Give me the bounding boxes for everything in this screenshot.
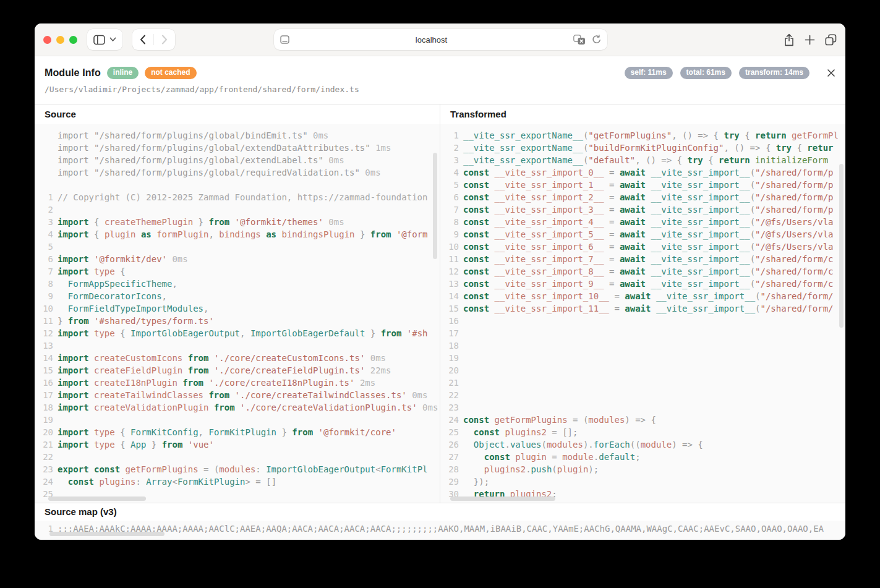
close-panel-button[interactable] (827, 69, 835, 77)
code-line: import "/shared/form/plugins/global/bind… (36, 129, 440, 142)
code-line: 29 }); (442, 475, 845, 488)
code-line: 10const __vite_ssr_import_6__ = await __… (442, 241, 845, 253)
code-line: 8 FormAppSpecificTheme, (36, 278, 440, 290)
code-line: 10 FormFieldTypeImportModules, (36, 302, 440, 315)
line-number: 13 (442, 278, 459, 290)
transform-time-badge: transform: 14ms (739, 67, 810, 79)
url-text[interactable]: localhost (289, 35, 573, 45)
line-number: 23 (442, 401, 459, 414)
code-line: 25 const plugins2 = []; (442, 426, 845, 438)
line-number: 4 (442, 166, 459, 179)
code-line: 4import { plugin as formPlugin, bindings… (36, 228, 440, 241)
code-line: 13const __vite_ssr_import_9__ = await __… (442, 278, 845, 290)
line-number (36, 166, 53, 179)
transformed-vertical-scrollbar[interactable] (839, 164, 844, 328)
new-tab-button[interactable] (805, 35, 815, 45)
code-line: 1// Copyright (C) 2012-2025 Zammad Found… (36, 191, 440, 203)
transformed-pane-title: Transformed (440, 104, 845, 124)
line-number: 15 (36, 364, 53, 377)
sourcemap-section: Source map (v3) 1;;;AAEA;AAAkC;AAAA;AAAA… (35, 503, 845, 540)
code-line: 6const __vite_ssr_import_2__ = await __v… (442, 191, 845, 203)
code-line: 12const __vite_ssr_import_8__ = await __… (442, 265, 845, 278)
line-number: 15 (442, 302, 459, 315)
chevron-right-icon (161, 35, 168, 45)
code-line: 9const __vite_ssr_import_5__ = await __v… (442, 228, 845, 241)
forward-button[interactable] (154, 29, 175, 50)
code-line: 16import createI18nPlugin from './core/c… (36, 377, 440, 389)
inline-badge: inline (107, 67, 139, 79)
code-line: 6import '@formkit/dev' 0ms (36, 253, 440, 265)
sidebar-toggle-group[interactable] (87, 29, 122, 50)
code-line: 21 (442, 377, 845, 389)
code-line: 7import type { (36, 265, 440, 278)
code-line: 14const __vite_ssr_import_10__ = await _… (442, 290, 845, 302)
line-number: 14 (442, 290, 459, 302)
tabs-icon (825, 34, 837, 46)
close-window-button[interactable] (43, 36, 51, 44)
line-number: 1 (442, 129, 459, 142)
line-number: 29 (442, 475, 459, 488)
line-number: 2 (36, 203, 53, 216)
share-button[interactable] (784, 33, 795, 46)
line-number: 28 (442, 463, 459, 475)
line-number: 11 (442, 253, 459, 265)
code-line: 16 (442, 315, 845, 327)
chevron-left-icon (140, 35, 146, 45)
page-title: Module Info (45, 67, 101, 79)
not-cached-badge: not cached (145, 67, 196, 79)
sidebar-icon[interactable] (93, 35, 105, 45)
code-line: import "/shared/form/plugins/global/requ… (36, 166, 440, 179)
line-number (36, 179, 53, 191)
reload-icon[interactable] (591, 35, 601, 45)
minimize-window-button[interactable] (56, 36, 64, 44)
code-line: 2 (36, 203, 440, 216)
code-line: 28 plugins2.push(plugin); (442, 463, 845, 475)
zoom-window-button[interactable] (69, 36, 77, 44)
code-line: 1__vite_ssr_exportName__("getFormPlugins… (442, 129, 845, 142)
window-controls (43, 36, 77, 44)
total-time-badge: total: 61ms (680, 67, 732, 79)
code-line: 8const __vite_ssr_import_4__ = await __v… (442, 216, 845, 228)
code-line: 24const getFormPlugins = (modules) => { (442, 414, 845, 426)
code-line: 9 FormDecoratorIcons, (36, 290, 440, 302)
translate-icon[interactable] (573, 35, 586, 45)
module-info-header: Module Info inline not cached self: 11ms… (35, 56, 845, 104)
line-number (36, 142, 53, 154)
line-number: 3 (442, 154, 459, 166)
code-line: 19 (36, 414, 440, 426)
line-number: 10 (36, 302, 53, 315)
code-line: 23export const getFormPlugins = (modules… (36, 463, 440, 475)
sourcemap-code-view: 1;;;AAEA;AAAkC;AAAA;AAAA;AAAA;AAClC;AAEA… (35, 521, 845, 540)
code-line: 17 (442, 327, 845, 339)
line-number: 6 (442, 191, 459, 203)
code-line: 18import createValidationPlugin from './… (36, 401, 440, 414)
line-number: 25 (442, 426, 459, 438)
module-file-path: /Users/vladimir/Projects/zammad/app/fron… (45, 85, 835, 94)
line-number: 24 (442, 414, 459, 426)
line-number: 12 (442, 265, 459, 278)
source-vertical-scrollbar[interactable] (433, 153, 437, 259)
line-number: 26 (442, 438, 459, 451)
tab-overview-button[interactable] (825, 34, 837, 46)
transformed-horizontal-scrollbar[interactable] (450, 496, 555, 501)
plus-icon (805, 35, 815, 45)
line-number: 13 (36, 339, 53, 352)
line-number: 5 (36, 241, 53, 253)
code-line: 27 const plugin = module.default; (442, 451, 845, 463)
code-line: 24 const plugins: Array<FormKitPlugin> =… (36, 475, 440, 488)
code-line: 15const __vite_ssr_import_11__ = await _… (442, 302, 845, 315)
line-number: 22 (36, 451, 53, 463)
code-line: 22 (36, 451, 440, 463)
back-button[interactable] (132, 29, 153, 50)
source-pane-title: Source (35, 104, 440, 124)
source-code-view: import "/shared/form/plugins/global/bind… (35, 124, 440, 503)
code-line: 22 (442, 389, 845, 401)
chevron-down-icon[interactable] (109, 37, 116, 42)
transformed-pane: Transformed 1__vite_ssr_exportName__("ge… (440, 104, 845, 503)
code-line: 7const __vite_ssr_import_3__ = await __v… (442, 203, 845, 216)
source-horizontal-scrollbar[interactable] (48, 496, 146, 501)
code-line: 3__vite_ssr_exportName__("default", () =… (442, 154, 845, 166)
address-bar[interactable]: localhost (274, 29, 607, 50)
page-settings-icon[interactable] (280, 35, 289, 44)
sourcemap-horizontal-scrollbar[interactable] (49, 532, 164, 536)
